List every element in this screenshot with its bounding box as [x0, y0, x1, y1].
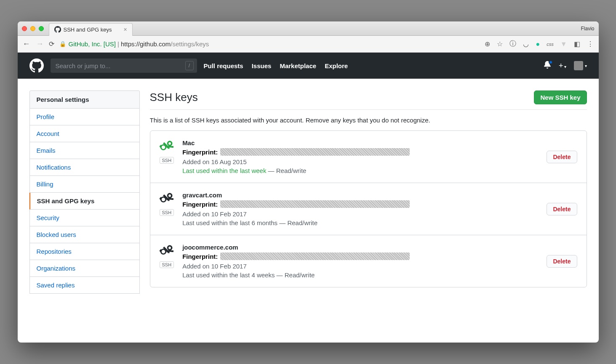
- grammarly-icon[interactable]: ●: [536, 40, 540, 48]
- forward-button[interactable]: →: [36, 40, 44, 48]
- sidebar-item-organizations[interactable]: Organizations: [29, 260, 140, 277]
- url-protocol: https://: [121, 40, 140, 48]
- minimize-window-button[interactable]: [30, 26, 35, 31]
- sidebar-item-profile[interactable]: Profile: [29, 109, 140, 125]
- fingerprint-label: Fingerprint:: [182, 253, 218, 260]
- browser-tab[interactable]: SSH and GPG keys ×: [49, 23, 133, 36]
- nav-marketplace[interactable]: Marketplace: [280, 62, 316, 69]
- sidebar-header: Personal settings: [29, 90, 140, 109]
- key-name: joocommerce.com: [182, 244, 538, 251]
- svg-point-1: [168, 142, 171, 145]
- key-icon-column: SSH: [160, 244, 174, 268]
- css-icon[interactable]: css: [547, 42, 554, 47]
- browser-window: SSH and GPG keys × Flavio ← → ⟳ 🔒 GitHub…: [18, 21, 599, 343]
- main-panel: SSH keys New SSH key This is a list of S…: [150, 90, 587, 343]
- back-button[interactable]: ←: [23, 40, 30, 48]
- address-bar[interactable]: 🔒 GitHub, Inc. [US] | https://github.com…: [59, 40, 480, 48]
- fingerprint-redacted: [220, 148, 410, 156]
- vue-icon[interactable]: ▼: [560, 40, 567, 48]
- extension-icon[interactable]: ◧: [574, 40, 580, 48]
- github-nav: Pull requests Issues Marketplace Explore: [204, 62, 348, 69]
- slash-key-hint: /: [185, 61, 194, 70]
- key-icon: [160, 139, 174, 154]
- ssh-key-row: SSH gravcart.com Fingerprint: Added on 1…: [150, 183, 587, 235]
- tab-title: SSH and GPG keys: [64, 27, 112, 33]
- sidebar-item-saved-replies[interactable]: Saved replies: [29, 277, 140, 294]
- github-header: Search or jump to... / Pull requests Iss…: [18, 53, 599, 79]
- lock-icon: 🔒: [59, 41, 66, 47]
- github-header-right: +▾ ▾: [544, 61, 587, 70]
- ssh-key-row: SSH Mac Fingerprint: Added on 16 Aug 201…: [150, 131, 587, 183]
- key-body: gravcart.com Fingerprint: Added on 10 Fe…: [182, 191, 538, 226]
- ssh-badge: SSH: [160, 209, 174, 216]
- fingerprint-row: Fingerprint:: [182, 200, 538, 208]
- sidebar-item-billing[interactable]: Billing: [29, 176, 140, 193]
- key-usage: Last used within the last 4 weeks — Read…: [182, 271, 538, 279]
- nav-issues[interactable]: Issues: [252, 62, 272, 69]
- key-name: gravcart.com: [182, 191, 538, 199]
- github-search-input[interactable]: Search or jump to... /: [51, 58, 197, 73]
- ssh-badge: SSH: [160, 157, 174, 164]
- fingerprint-label: Fingerprint:: [182, 149, 218, 156]
- key-added-date: Added on 16 Aug 2015: [182, 158, 538, 165]
- user-menu-dropdown[interactable]: ▾: [574, 61, 587, 70]
- key-icon-column: SSH: [160, 139, 174, 164]
- search-placeholder: Search or jump to...: [56, 62, 111, 69]
- nav-pull-requests[interactable]: Pull requests: [204, 62, 243, 69]
- svg-point-9: [168, 247, 171, 249]
- key-icon: [160, 191, 174, 206]
- page-description: This is a list of SSH keys associated wi…: [150, 117, 587, 124]
- page-title: SSH keys: [150, 91, 198, 104]
- notifications-icon[interactable]: [544, 61, 551, 70]
- key-added-date: Added on 10 Feb 2017: [182, 210, 538, 218]
- titlebar: SSH and GPG keys × Flavio: [18, 21, 599, 36]
- sidebar-item-ssh-and-gpg-keys[interactable]: SSH and GPG keys: [29, 193, 140, 210]
- new-ssh-key-button[interactable]: New SSH key: [534, 90, 587, 104]
- sidebar-item-notifications[interactable]: Notifications: [29, 159, 140, 176]
- sidebar-item-account[interactable]: Account: [29, 125, 140, 142]
- url-identity: GitHub, Inc. [US]: [69, 40, 116, 48]
- close-tab-icon[interactable]: ×: [123, 26, 127, 33]
- key-usage: Last used within the last week — Read/wr…: [182, 167, 538, 174]
- chrome-profile-name[interactable]: Flavio: [581, 26, 594, 32]
- url-path: /settings/keys: [171, 40, 209, 48]
- menu-icon[interactable]: ⋮: [587, 40, 594, 48]
- sidebar-item-blocked-users[interactable]: Blocked users: [29, 226, 140, 243]
- fingerprint-redacted: [220, 252, 410, 260]
- ssh-key-list: SSH Mac Fingerprint: Added on 16 Aug 201…: [150, 130, 587, 287]
- nav-arrows: ← →: [23, 40, 44, 48]
- github-logo-icon[interactable]: [29, 58, 44, 73]
- sidebar-item-emails[interactable]: Emails: [29, 142, 140, 159]
- delete-key-button[interactable]: Delete: [547, 151, 577, 163]
- key-body: Mac Fingerprint: Added on 16 Aug 2015 La…: [182, 139, 538, 174]
- window-controls: [22, 26, 44, 31]
- key-body: joocommerce.com Fingerprint: Added on 10…: [182, 244, 538, 279]
- ssh-badge: SSH: [160, 261, 174, 268]
- delete-key-button[interactable]: Delete: [547, 255, 577, 268]
- nav-explore[interactable]: Explore: [325, 62, 348, 69]
- main-header: SSH keys New SSH key: [150, 90, 587, 110]
- sidebar-item-security[interactable]: Security: [29, 210, 140, 226]
- fingerprint-row: Fingerprint:: [182, 148, 538, 156]
- key-added-date: Added on 10 Feb 2017: [182, 263, 538, 270]
- notification-badge: [549, 60, 553, 64]
- page-content: Personal settings ProfileAccountEmailsNo…: [18, 79, 599, 343]
- delete-key-button[interactable]: Delete: [547, 203, 577, 215]
- browser-toolbar: ← → ⟳ 🔒 GitHub, Inc. [US] | https://gith…: [18, 36, 599, 53]
- maximize-window-button[interactable]: [39, 26, 44, 31]
- ssh-key-row: SSH joocommerce.com Fingerprint: Added o…: [150, 235, 587, 287]
- close-window-button[interactable]: [22, 26, 27, 31]
- sidebar-item-repositories[interactable]: Repositories: [29, 243, 140, 260]
- pocket-icon[interactable]: ◡: [523, 40, 529, 48]
- star-icon[interactable]: ☆: [497, 40, 503, 48]
- svg-point-5: [168, 194, 171, 197]
- github-favicon: [54, 26, 61, 33]
- key-usage: Last used within the last 6 months — Rea…: [182, 219, 538, 226]
- reload-button[interactable]: ⟳: [49, 40, 54, 48]
- key-icon-column: SSH: [160, 191, 174, 216]
- info-icon[interactable]: ⓘ: [509, 40, 516, 48]
- key-icon: [160, 244, 174, 258]
- avatar-icon: [574, 61, 583, 70]
- zoom-icon[interactable]: ⊕: [485, 40, 490, 48]
- create-new-dropdown[interactable]: +▾: [559, 61, 566, 70]
